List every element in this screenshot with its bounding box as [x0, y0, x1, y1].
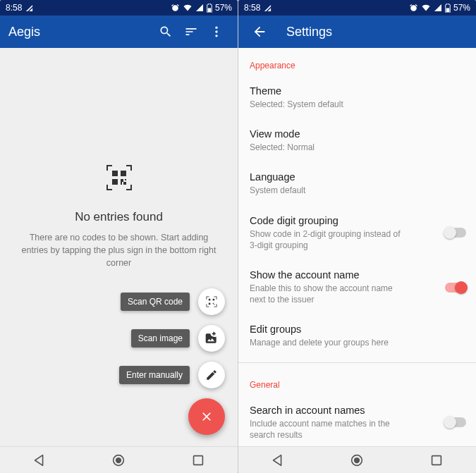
svg-rect-19: [446, 8, 450, 12]
phone-right: 8:58 57% Settings Appearance Theme Selec…: [238, 0, 476, 473]
app-title: Aegis: [8, 25, 40, 39]
nav-bar: [0, 446, 238, 473]
qr-code-icon: [102, 161, 136, 197]
nav-back[interactable]: [270, 453, 286, 468]
pref-summary: Show code in 2-digit grouping instead of…: [250, 228, 408, 251]
svg-rect-6: [112, 179, 118, 185]
switch-digit-grouping[interactable]: [445, 228, 466, 238]
pref-title: Code digit grouping: [250, 215, 465, 226]
battery-icon: [445, 4, 451, 13]
settings-list[interactable]: Appearance Theme Selected: System defaul…: [238, 48, 476, 446]
qr-scan-icon: [205, 295, 219, 309]
svg-rect-14: [213, 303, 214, 304]
nav-bar: [238, 446, 476, 473]
back-button[interactable]: [247, 19, 272, 44]
pref-language[interactable]: Language System default: [238, 162, 476, 205]
pref-summary: System default: [250, 185, 419, 196]
fab-close[interactable]: [188, 398, 225, 435]
svg-rect-8: [123, 182, 126, 185]
pref-view-mode[interactable]: View mode Selected: Normal: [238, 119, 476, 162]
page-title: Settings: [286, 25, 332, 39]
fab-label-manual: Enter manually: [119, 366, 190, 384]
app-bar: Settings: [238, 16, 476, 48]
pref-title: Language: [250, 171, 465, 183]
pref-summary: Enable this to show the account name nex…: [250, 283, 408, 305]
phone-left: 8:58 57% Aegis: [0, 0, 238, 473]
pref-title: Theme: [250, 85, 465, 97]
pref-theme[interactable]: Theme Selected: System default: [238, 76, 476, 119]
svg-rect-15: [214, 304, 214, 305]
svg-point-1: [215, 27, 217, 29]
pref-title: Edit groups: [250, 324, 465, 335]
pref-edit-groups[interactable]: Edit groups Manage and delete your group…: [238, 314, 476, 357]
pref-title: Show the account name: [250, 269, 465, 281]
search-icon[interactable]: [153, 19, 178, 44]
battery-icon: [207, 4, 212, 13]
switch-search-account[interactable]: [445, 417, 466, 427]
signal-icon: [195, 4, 204, 12]
sort-icon[interactable]: [178, 19, 204, 44]
fab-label-scan-image: Scan image: [131, 329, 190, 348]
sim-icon: [25, 4, 33, 12]
pref-summary: Include account name matches in the sear…: [250, 418, 408, 441]
fab-label-scan-qr: Scan QR code: [121, 293, 190, 311]
svg-point-3: [215, 35, 217, 37]
svg-point-17: [116, 457, 121, 462]
svg-rect-0: [208, 8, 212, 12]
fab-scan-image[interactable]: [198, 325, 225, 352]
svg-rect-7: [121, 179, 123, 182]
fab-stack: Scan QR code Scan image Enter manually: [119, 288, 225, 435]
status-battery: 57%: [215, 3, 232, 13]
alarm-icon: [171, 4, 180, 13]
svg-rect-18: [193, 455, 202, 465]
main-content: No entries found There are no codes to b…: [0, 48, 238, 446]
svg-rect-13: [209, 303, 211, 305]
svg-rect-22: [432, 455, 441, 465]
svg-rect-4: [112, 171, 118, 176]
wifi-icon: [183, 4, 193, 12]
pref-summary: Selected: System default: [250, 99, 419, 110]
pref-account-name[interactable]: Show the account name Enable this to sho…: [238, 260, 476, 314]
wifi-icon: [421, 4, 431, 12]
svg-rect-9: [121, 182, 122, 185]
nav-home[interactable]: [111, 453, 126, 468]
status-time: 8:58: [6, 3, 22, 13]
nav-recent[interactable]: [190, 453, 206, 468]
svg-point-21: [354, 457, 360, 462]
svg-point-2: [215, 30, 217, 32]
pref-summary: Selected: Normal: [250, 142, 419, 153]
svg-rect-10: [125, 179, 126, 180]
divider: [238, 362, 476, 363]
overflow-menu-icon[interactable]: [204, 19, 229, 44]
section-appearance: Appearance: [238, 48, 476, 76]
fab-scan-qr[interactable]: [198, 288, 225, 315]
svg-rect-12: [213, 299, 215, 301]
nav-home[interactable]: [349, 453, 365, 468]
section-general: General: [238, 367, 476, 395]
status-bar: 8:58 57%: [238, 0, 476, 16]
empty-body: There are no codes to be shown. Start ad…: [21, 231, 216, 269]
pref-summary: Manage and delete your groups here: [250, 337, 419, 348]
signal-icon: [434, 4, 442, 12]
pref-search-account[interactable]: Search in account names Include account …: [238, 395, 476, 447]
switch-account-name[interactable]: [445, 283, 466, 293]
arrow-back-icon: [252, 24, 267, 39]
status-battery: 57%: [453, 3, 470, 13]
pref-title: Search in account names: [250, 405, 465, 416]
status-time: 8:58: [244, 3, 260, 13]
svg-rect-11: [209, 299, 211, 301]
fab-enter-manual[interactable]: [198, 362, 225, 388]
image-add-icon: [205, 331, 219, 345]
empty-state: No entries found There are no codes to b…: [0, 161, 238, 269]
nav-recent[interactable]: [429, 453, 444, 468]
alarm-icon: [409, 4, 418, 13]
status-bar: 8:58 57%: [0, 0, 238, 16]
nav-back[interactable]: [32, 453, 47, 468]
svg-rect-5: [121, 171, 126, 176]
close-icon: [200, 410, 214, 424]
app-bar: Aegis: [0, 16, 238, 48]
pref-title: View mode: [250, 128, 465, 140]
sim-icon: [264, 4, 271, 12]
pencil-icon: [205, 369, 218, 381]
pref-digit-grouping[interactable]: Code digit grouping Show code in 2-digit…: [238, 206, 476, 260]
